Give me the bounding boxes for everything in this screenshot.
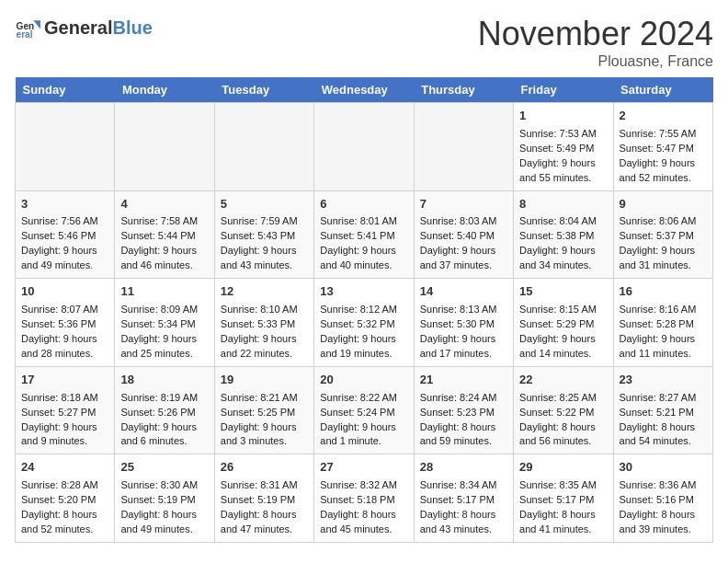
day-number: 5	[221, 196, 308, 213]
day-number: 19	[221, 372, 308, 389]
calendar-cell: 1Sunrise: 7:53 AM Sunset: 5:49 PM Daylig…	[514, 103, 613, 191]
day-number: 28	[420, 459, 507, 477]
weekday-header-sunday: Sunday	[16, 77, 115, 103]
day-info: Sunrise: 8:30 AM Sunset: 5:19 PM Dayligh…	[120, 478, 208, 537]
calendar-cell: 14Sunrise: 8:13 AM Sunset: 5:30 PM Dayli…	[414, 279, 513, 367]
day-number: 12	[221, 283, 308, 301]
day-number: 3	[21, 196, 108, 213]
calendar-cell: 12Sunrise: 8:10 AM Sunset: 5:33 PM Dayli…	[214, 279, 313, 367]
day-info: Sunrise: 8:28 AM Sunset: 5:20 PM Dayligh…	[21, 478, 108, 537]
day-number: 20	[320, 372, 407, 389]
logo-icon: Gen eral	[15, 15, 40, 40]
calendar-cell: 6Sunrise: 8:01 AM Sunset: 5:41 PM Daylig…	[314, 190, 414, 279]
logo-general: General	[44, 17, 112, 39]
day-info: Sunrise: 8:06 AM Sunset: 5:37 PM Dayligh…	[620, 214, 707, 273]
day-number: 11	[120, 283, 208, 301]
calendar-week-row: 1Sunrise: 7:53 AM Sunset: 5:49 PM Daylig…	[16, 103, 713, 191]
day-info: Sunrise: 8:04 AM Sunset: 5:38 PM Dayligh…	[519, 214, 607, 273]
day-number: 29	[519, 459, 607, 477]
calendar-cell: 3Sunrise: 7:56 AM Sunset: 5:46 PM Daylig…	[16, 190, 115, 279]
weekday-header-row: SundayMondayTuesdayWednesdayThursdayFrid…	[16, 77, 713, 103]
day-info: Sunrise: 8:12 AM Sunset: 5:32 PM Dayligh…	[320, 303, 407, 362]
calendar-cell: 5Sunrise: 7:59 AM Sunset: 5:43 PM Daylig…	[214, 190, 313, 279]
day-info: Sunrise: 8:24 AM Sunset: 5:23 PM Dayligh…	[420, 391, 507, 450]
day-info: Sunrise: 8:09 AM Sunset: 5:34 PM Dayligh…	[120, 303, 208, 362]
day-info: Sunrise: 8:01 AM Sunset: 5:41 PM Dayligh…	[320, 214, 407, 273]
day-info: Sunrise: 8:34 AM Sunset: 5:17 PM Dayligh…	[420, 478, 507, 537]
day-info: Sunrise: 8:35 AM Sunset: 5:17 PM Dayligh…	[519, 478, 607, 537]
calendar-week-row: 17Sunrise: 8:18 AM Sunset: 5:27 PM Dayli…	[16, 366, 713, 454]
page-header: Gen eral GeneralBlue November 2024 Ploua…	[15, 15, 713, 70]
calendar-cell	[115, 103, 214, 191]
weekday-header-wednesday: Wednesday	[314, 77, 414, 103]
day-number: 8	[519, 196, 607, 213]
calendar-cell: 28Sunrise: 8:34 AM Sunset: 5:17 PM Dayli…	[414, 454, 513, 543]
day-number: 10	[21, 283, 108, 301]
day-number: 4	[120, 196, 208, 213]
calendar-cell: 18Sunrise: 8:19 AM Sunset: 5:26 PM Dayli…	[115, 366, 214, 454]
calendar-cell: 27Sunrise: 8:32 AM Sunset: 5:18 PM Dayli…	[314, 454, 414, 543]
title-block: November 2024 Plouasne, France	[478, 15, 713, 70]
day-number: 1	[519, 108, 607, 125]
svg-text:eral: eral	[17, 29, 33, 40]
day-number: 17	[21, 372, 108, 389]
calendar-cell: 25Sunrise: 8:30 AM Sunset: 5:19 PM Dayli…	[115, 454, 214, 543]
day-number: 9	[620, 196, 707, 213]
calendar-cell: 24Sunrise: 8:28 AM Sunset: 5:20 PM Dayli…	[16, 454, 115, 543]
calendar-cell: 11Sunrise: 8:09 AM Sunset: 5:34 PM Dayli…	[115, 279, 214, 367]
day-info: Sunrise: 7:59 AM Sunset: 5:43 PM Dayligh…	[221, 214, 308, 273]
day-info: Sunrise: 8:10 AM Sunset: 5:33 PM Dayligh…	[221, 303, 308, 362]
calendar-cell: 15Sunrise: 8:15 AM Sunset: 5:29 PM Dayli…	[514, 279, 613, 367]
calendar-cell: 22Sunrise: 8:25 AM Sunset: 5:22 PM Dayli…	[514, 366, 613, 454]
day-info: Sunrise: 8:15 AM Sunset: 5:29 PM Dayligh…	[519, 303, 607, 362]
day-info: Sunrise: 8:18 AM Sunset: 5:27 PM Dayligh…	[21, 391, 108, 450]
month-title: November 2024	[478, 15, 713, 53]
day-number: 27	[320, 459, 407, 477]
day-number: 21	[420, 372, 507, 389]
calendar-cell: 8Sunrise: 8:04 AM Sunset: 5:38 PM Daylig…	[514, 190, 613, 279]
calendar-cell	[414, 103, 513, 191]
calendar-cell: 13Sunrise: 8:12 AM Sunset: 5:32 PM Dayli…	[314, 279, 414, 367]
calendar-cell	[214, 103, 313, 191]
day-info: Sunrise: 8:16 AM Sunset: 5:28 PM Dayligh…	[620, 303, 707, 362]
weekday-header-friday: Friday	[514, 77, 613, 103]
day-number: 15	[519, 283, 607, 301]
logo: Gen eral GeneralBlue	[15, 15, 153, 40]
day-info: Sunrise: 7:56 AM Sunset: 5:46 PM Dayligh…	[21, 214, 108, 273]
day-number: 13	[320, 283, 407, 301]
calendar-cell: 20Sunrise: 8:22 AM Sunset: 5:24 PM Dayli…	[314, 366, 414, 454]
location-title: Plouasne, France	[478, 53, 713, 70]
calendar-cell	[16, 103, 115, 191]
day-info: Sunrise: 8:27 AM Sunset: 5:21 PM Dayligh…	[620, 391, 707, 450]
calendar-cell: 29Sunrise: 8:35 AM Sunset: 5:17 PM Dayli…	[514, 454, 613, 543]
day-number: 30	[620, 459, 707, 477]
calendar-cell: 2Sunrise: 7:55 AM Sunset: 5:47 PM Daylig…	[613, 103, 712, 191]
day-number: 6	[320, 196, 407, 213]
day-info: Sunrise: 7:55 AM Sunset: 5:47 PM Dayligh…	[620, 127, 707, 186]
day-info: Sunrise: 8:03 AM Sunset: 5:40 PM Dayligh…	[420, 214, 507, 273]
calendar-week-row: 24Sunrise: 8:28 AM Sunset: 5:20 PM Dayli…	[16, 454, 713, 543]
weekday-header-saturday: Saturday	[613, 77, 712, 103]
weekday-header-monday: Monday	[115, 77, 214, 103]
day-number: 25	[120, 459, 208, 477]
day-info: Sunrise: 8:31 AM Sunset: 5:19 PM Dayligh…	[221, 478, 308, 537]
weekday-header-thursday: Thursday	[414, 77, 513, 103]
calendar-cell: 19Sunrise: 8:21 AM Sunset: 5:25 PM Dayli…	[214, 366, 313, 454]
logo-blue: Blue	[112, 17, 152, 39]
day-info: Sunrise: 8:13 AM Sunset: 5:30 PM Dayligh…	[420, 303, 507, 362]
day-number: 14	[420, 283, 507, 301]
day-info: Sunrise: 7:58 AM Sunset: 5:44 PM Dayligh…	[120, 214, 208, 273]
day-number: 2	[620, 108, 707, 125]
day-info: Sunrise: 8:19 AM Sunset: 5:26 PM Dayligh…	[120, 391, 208, 450]
weekday-header-tuesday: Tuesday	[214, 77, 313, 103]
day-number: 16	[620, 283, 707, 301]
day-info: Sunrise: 8:36 AM Sunset: 5:16 PM Dayligh…	[620, 478, 707, 537]
calendar-cell: 9Sunrise: 8:06 AM Sunset: 5:37 PM Daylig…	[613, 190, 712, 279]
day-number: 26	[221, 459, 308, 477]
svg-marker-2	[33, 20, 40, 29]
calendar-cell: 21Sunrise: 8:24 AM Sunset: 5:23 PM Dayli…	[414, 366, 513, 454]
day-info: Sunrise: 8:32 AM Sunset: 5:18 PM Dayligh…	[320, 478, 407, 537]
day-info: Sunrise: 8:22 AM Sunset: 5:24 PM Dayligh…	[320, 391, 407, 450]
calendar-week-row: 10Sunrise: 8:07 AM Sunset: 5:36 PM Dayli…	[16, 279, 713, 367]
day-info: Sunrise: 7:53 AM Sunset: 5:49 PM Dayligh…	[519, 127, 607, 186]
